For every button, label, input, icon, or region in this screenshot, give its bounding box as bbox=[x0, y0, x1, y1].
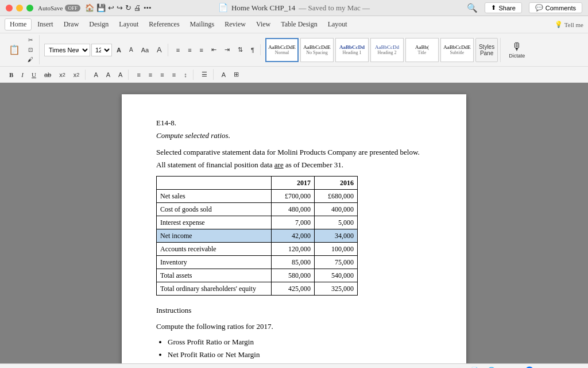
share-icon: ⬆ bbox=[491, 4, 496, 12]
font-color-button[interactable]: A bbox=[90, 70, 101, 80]
style-heading2[interactable]: AaBbCcDd Heading 2 bbox=[370, 38, 404, 62]
row-interest-2016: 5,000 bbox=[315, 216, 358, 229]
bullets-button[interactable]: ≡ bbox=[173, 45, 183, 55]
spell-check-icon[interactable]: ✓ bbox=[91, 366, 97, 369]
menu-mailings[interactable]: Mailings bbox=[185, 19, 219, 30]
sort-button[interactable]: ⇅ bbox=[234, 44, 246, 55]
menu-insert[interactable]: Insert bbox=[33, 19, 57, 30]
dictate-group: 🎙Dictate bbox=[503, 38, 531, 62]
search-icon[interactable]: 🔍 bbox=[467, 3, 478, 13]
undo-icon[interactable]: ↩ bbox=[108, 3, 114, 13]
style-no-spacing[interactable]: AaBbCcDdE No Spacing bbox=[300, 38, 334, 62]
autosave-label: AutoSave OFF bbox=[38, 5, 80, 12]
decrease-font-button[interactable]: A bbox=[126, 45, 137, 55]
title-bar-left: AutoSave OFF 🏠 💾 ↩ ↪ ↻ 🖨 ••• bbox=[6, 3, 152, 13]
align-right-button[interactable]: ≡ bbox=[157, 70, 167, 80]
zoom-out-button[interactable]: − bbox=[505, 366, 515, 369]
web-view-button[interactable]: 🌐 bbox=[484, 365, 499, 368]
text-effect-button[interactable]: A bbox=[115, 70, 126, 80]
focus-button[interactable]: Focus bbox=[421, 366, 445, 369]
style-normal[interactable]: AaBbCcDdE Normal bbox=[265, 38, 299, 62]
shading-group: A ⊞ bbox=[216, 69, 245, 80]
read-view-button[interactable]: 📖 bbox=[451, 365, 466, 368]
justify-button[interactable]: ≡ bbox=[169, 70, 179, 80]
bullet-list: Gross Profit Ratio or Margin Net Profit … bbox=[168, 336, 432, 363]
multilevel-button[interactable]: ≡ bbox=[196, 45, 207, 55]
row-assets-2016: 540,000 bbox=[315, 269, 358, 282]
menu-review[interactable]: Review bbox=[220, 19, 250, 30]
bold-button[interactable]: B bbox=[6, 70, 17, 80]
home-icon[interactable]: 🏠 bbox=[85, 3, 94, 13]
list-button[interactable]: ☰ bbox=[198, 69, 211, 80]
print-icon[interactable]: 🖨 bbox=[134, 3, 141, 13]
autosave-state[interactable]: OFF bbox=[65, 5, 80, 12]
menu-layout2[interactable]: Layout bbox=[323, 19, 352, 30]
strikethrough-button[interactable]: ab bbox=[41, 70, 55, 80]
alignment-group: ≡ ≡ ≡ ≡ ↕ bbox=[131, 70, 193, 80]
menu-home[interactable]: Home bbox=[5, 18, 32, 30]
row-net-sales-label: Net sales bbox=[157, 190, 272, 203]
more-icon[interactable]: ••• bbox=[144, 3, 152, 13]
instructions-label: Instructions bbox=[156, 305, 432, 316]
table-header-label bbox=[157, 177, 272, 190]
comments-button[interactable]: 💬 Comments bbox=[529, 2, 582, 13]
italic-button[interactable]: I bbox=[18, 70, 27, 80]
change-case-button[interactable]: Aa bbox=[138, 45, 152, 55]
menu-layout[interactable]: Layout bbox=[114, 19, 143, 30]
line-spacing-button[interactable]: ↕ bbox=[180, 70, 191, 80]
menu-table-design[interactable]: Table Design bbox=[276, 19, 322, 30]
minimize-button[interactable] bbox=[16, 5, 23, 12]
print-view-button[interactable]: 📄 bbox=[467, 365, 482, 368]
document-page: E14-8. Compute selected ratios. Selected… bbox=[122, 94, 466, 363]
superscript-button[interactable]: x2 bbox=[70, 70, 83, 80]
show-formatting-button[interactable]: ¶ bbox=[247, 45, 258, 55]
clear-format-button[interactable]: A bbox=[153, 44, 165, 56]
numbering-button[interactable]: ≡ bbox=[184, 45, 195, 55]
menu-draw[interactable]: Draw bbox=[59, 19, 84, 30]
paste-button[interactable]: 📋 bbox=[6, 44, 23, 56]
copy-button[interactable]: ⊡ bbox=[24, 45, 37, 55]
style-subtitle[interactable]: AaBbCcDdE Subtitle bbox=[440, 38, 474, 62]
style-heading1[interactable]: AaBbCcDd Heading 1 bbox=[335, 38, 369, 62]
title-bar-right: 🔍 ⬆ Share 💬 Comments bbox=[467, 2, 582, 13]
save-icon[interactable]: 💾 bbox=[96, 3, 106, 13]
row-assets-label: Total assets bbox=[157, 269, 272, 282]
font-name-select[interactable]: Times New... bbox=[44, 44, 90, 56]
dictate-button[interactable]: 🎙Dictate bbox=[505, 38, 528, 62]
align-left-button[interactable]: ≡ bbox=[133, 70, 144, 80]
styles-pane-button[interactable]: StylesPane bbox=[475, 38, 498, 62]
row-equity-2017: 425,000 bbox=[272, 282, 315, 296]
style-title[interactable]: AaBb( Title bbox=[405, 38, 439, 62]
redo-icon[interactable]: ↪ bbox=[117, 3, 123, 13]
menu-design[interactable]: Design bbox=[84, 19, 113, 30]
increase-indent-button[interactable]: ⇥ bbox=[221, 44, 233, 55]
zoom-slider[interactable] bbox=[518, 366, 552, 369]
highlight-button[interactable]: A bbox=[103, 70, 114, 80]
increase-font-button[interactable]: A bbox=[113, 45, 125, 55]
font-size-select[interactable]: 12 10 11 14 bbox=[91, 44, 112, 56]
align-center-button[interactable]: ≡ bbox=[145, 70, 156, 80]
maximize-button[interactable] bbox=[26, 5, 33, 12]
list-item: Gross Profit Ratio or Margin bbox=[168, 336, 432, 348]
menu-references[interactable]: References bbox=[144, 19, 184, 30]
clipboard-options: ✂ ⊡ 🖌 bbox=[24, 35, 37, 64]
row-assets-2017: 580,000 bbox=[272, 269, 315, 282]
borders-button[interactable]: ⊞ bbox=[230, 69, 242, 80]
subscript-button[interactable]: x2 bbox=[56, 70, 69, 80]
title-bar: AutoSave OFF 🏠 💾 ↩ ↪ ↻ 🖨 ••• 📄 Home Work… bbox=[0, 0, 588, 16]
format-painter-button[interactable]: 🖌 bbox=[24, 55, 37, 64]
row-cogs-label: Cost of goods sold bbox=[157, 203, 272, 216]
menu-view[interactable]: View bbox=[252, 19, 275, 30]
decrease-indent-button[interactable]: ⇤ bbox=[208, 44, 220, 55]
refresh-icon[interactable]: ↻ bbox=[125, 3, 131, 13]
tell-me[interactable]: 💡 Tell me bbox=[555, 21, 583, 28]
table-row: Accounts receivable 120,000 100,000 bbox=[157, 243, 358, 256]
row-ar-label: Accounts receivable bbox=[157, 243, 272, 256]
underline-button[interactable]: U bbox=[28, 70, 40, 80]
close-button[interactable] bbox=[6, 5, 13, 12]
traffic-lights bbox=[6, 5, 33, 12]
shading-button[interactable]: A bbox=[218, 70, 229, 80]
share-button[interactable]: ⬆ Share bbox=[485, 2, 521, 13]
zoom-in-button[interactable]: + bbox=[555, 366, 565, 369]
cut-button[interactable]: ✂ bbox=[24, 35, 37, 45]
